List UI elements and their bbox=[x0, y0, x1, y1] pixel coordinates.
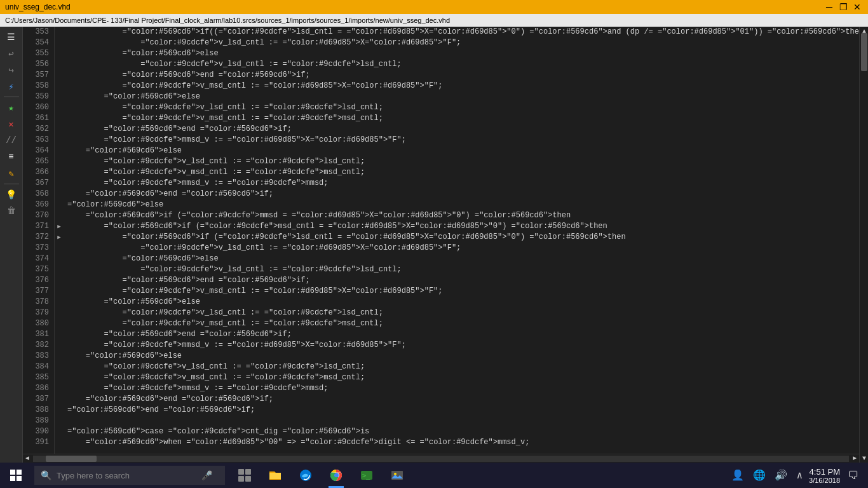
code-line[interactable]: ="color:#9cdcfe">mmsd_v := ="color:#9cdc… bbox=[67, 383, 859, 394]
file-explorer-button[interactable] bbox=[261, 463, 290, 488]
close-button[interactable]: ✕ bbox=[851, 2, 863, 12]
code-line[interactable]: ="color:#569cd6">else bbox=[67, 200, 859, 210]
horizontal-scrollbar-thumb[interactable] bbox=[46, 456, 97, 462]
task-view-button[interactable] bbox=[230, 463, 259, 488]
code-line[interactable]: ="color:#9cdcfe">mmsd_v := ="color:#d69d… bbox=[67, 340, 859, 351]
code-line[interactable]: ="color:#569cd6">case ="color:#9cdcfe">c… bbox=[67, 426, 859, 437]
bookmark-icon[interactable]: ★ bbox=[3, 100, 20, 115]
code-line[interactable]: ="color:#569cd6">else bbox=[67, 254, 859, 264]
fold-marker bbox=[55, 254, 64, 264]
code-line[interactable]: ="color:#9cdcfe">v_msd_cntl := ="color:#… bbox=[67, 81, 859, 92]
chevron-up-icon[interactable]: ∧ bbox=[794, 469, 805, 482]
fold-marker bbox=[55, 394, 64, 405]
code-line[interactable]: ="color:#569cd6">end ="color:#569cd6">if… bbox=[67, 394, 859, 405]
code-line[interactable]: ="color:#569cd6">end ="color:#569cd6">if… bbox=[67, 189, 859, 200]
code-line[interactable]: ="color:#569cd6">if((="color:#9cdcfe">ls… bbox=[67, 27, 859, 37]
code-line[interactable]: ="color:#9cdcfe">mmsd_v := ="color:#9cdc… bbox=[67, 178, 859, 189]
code-line[interactable]: ="color:#9cdcfe">v_msd_cntl := ="color:#… bbox=[67, 372, 859, 383]
error-icon[interactable]: ✕ bbox=[3, 116, 20, 132]
run-icon[interactable]: ⚡ bbox=[3, 79, 20, 94]
scroll-down-button[interactable]: ▼ bbox=[860, 454, 868, 463]
redo-icon[interactable]: ↪ bbox=[3, 62, 20, 78]
fold-marker bbox=[55, 426, 64, 437]
system-clock[interactable]: 4:51 PM 3/16/2018 bbox=[809, 467, 840, 484]
svg-text:>_: >_ bbox=[362, 472, 370, 480]
code-lines[interactable]: ="color:#569cd6">if((="color:#9cdcfe">ls… bbox=[64, 27, 859, 454]
code-line[interactable]: ="color:#9cdcfe">v_lsd_cntl := ="color:#… bbox=[67, 59, 859, 70]
bottom-scrollbar: ◄ ► bbox=[23, 454, 859, 463]
code-line[interactable]: ="color:#569cd6">end ="color:#569cd6">if… bbox=[67, 124, 859, 135]
code-line[interactable]: ="color:#9cdcfe">v_lsd_cntl := ="color:#… bbox=[67, 264, 859, 275]
code-content: 3533543553563573583593603613623633643653… bbox=[23, 27, 859, 454]
code-line[interactable]: ="color:#569cd6">else bbox=[67, 92, 859, 102]
start-button[interactable] bbox=[0, 463, 32, 488]
code-line[interactable]: ="color:#9cdcfe">mmsd_v := ="color:#d69d… bbox=[67, 135, 859, 146]
code-line[interactable]: ="color:#9cdcfe">v_msd_cntl := ="color:#… bbox=[67, 113, 859, 124]
comment-icon[interactable]: // bbox=[3, 133, 20, 148]
code-line[interactable]: ="color:#9cdcfe">v_msd_cntl := ="color:#… bbox=[67, 318, 859, 329]
code-line[interactable]: ="color:#9cdcfe">v_lsd_cntl := ="color:#… bbox=[67, 102, 859, 113]
format-icon[interactable]: ≡ bbox=[3, 149, 20, 165]
microphone-icon[interactable]: 🎤 bbox=[201, 470, 212, 481]
code-line[interactable]: ="color:#569cd6">end ="color:#569cd6">if… bbox=[67, 405, 859, 416]
search-bar[interactable]: 🔍 🎤 bbox=[34, 466, 225, 485]
fold-marker bbox=[55, 178, 64, 189]
fold-marker bbox=[55, 362, 64, 372]
fold-marker bbox=[55, 275, 64, 286]
fold-marker bbox=[55, 146, 64, 156]
code-line[interactable]: ="color:#569cd6">else bbox=[67, 146, 859, 156]
vertical-scrollbar[interactable]: ▲ ▼ bbox=[859, 27, 868, 463]
edge-browser-button[interactable] bbox=[291, 463, 320, 488]
network-icon[interactable]: 🌐 bbox=[750, 469, 768, 482]
code-line[interactable]: ="color:#9cdcfe">v_lsd_cntl := ="color:#… bbox=[67, 37, 859, 48]
photos-button[interactable] bbox=[383, 463, 412, 488]
code-area: 3533543553563573583593603613623633643653… bbox=[23, 27, 859, 463]
scroll-left-button[interactable]: ◄ bbox=[23, 454, 32, 463]
fold-marker[interactable]: ▶ bbox=[55, 221, 64, 232]
sound-icon[interactable]: 🔊 bbox=[772, 469, 790, 482]
scroll-right-button[interactable]: ► bbox=[850, 454, 859, 463]
code-line[interactable]: ="color:#569cd6">else bbox=[67, 297, 859, 308]
fold-marker bbox=[55, 27, 64, 37]
code-line[interactable]: ="color:#569cd6">end ="color:#569cd6">if… bbox=[67, 70, 859, 81]
search-input[interactable] bbox=[57, 471, 196, 480]
clock-time: 4:51 PM bbox=[809, 467, 840, 477]
fold-marker bbox=[55, 437, 64, 448]
code-line[interactable]: ="color:#9cdcfe">v_lsd_cntl := ="color:#… bbox=[67, 156, 859, 167]
code-line[interactable]: ="color:#569cd6">if (="color:#9cdcfe">ls… bbox=[67, 232, 859, 243]
minimize-button[interactable]: ─ bbox=[824, 2, 835, 12]
code-line[interactable]: ="color:#569cd6">when ="color:#d69d85">"… bbox=[67, 437, 859, 448]
menu-icon[interactable]: ☰ bbox=[3, 29, 20, 44]
code-line[interactable]: ="color:#569cd6">if (="color:#9cdcfe">mm… bbox=[67, 210, 859, 221]
code-line[interactable] bbox=[67, 416, 859, 426]
code-line[interactable]: ="color:#569cd6">end ="color:#569cd6">if… bbox=[67, 329, 859, 340]
edit-icon[interactable]: ✎ bbox=[3, 166, 20, 181]
fold-marker bbox=[55, 156, 64, 167]
fold-gutter: ▶▶ bbox=[55, 27, 64, 454]
code-line[interactable]: ="color:#9cdcfe">v_msd_cntl := ="color:#… bbox=[67, 286, 859, 297]
code-line[interactable]: ="color:#9cdcfe">v_lsd_cntl := ="color:#… bbox=[67, 308, 859, 318]
terminal-button[interactable]: >_ bbox=[352, 463, 381, 488]
vertical-scrollbar-thumb[interactable] bbox=[861, 33, 867, 71]
notification-icon[interactable]: 🗨 bbox=[844, 469, 863, 482]
folder-icon bbox=[268, 468, 282, 482]
code-line[interactable]: ="color:#569cd6">if (="color:#9cdcfe">ms… bbox=[67, 221, 859, 232]
code-line[interactable]: ="color:#9cdcfe">v_lsd_cntl := ="color:#… bbox=[67, 362, 859, 372]
windows-logo bbox=[10, 470, 22, 481]
code-line[interactable]: ="color:#9cdcfe">v_lsd_cntl := ="color:#… bbox=[67, 243, 859, 254]
fold-marker[interactable]: ▶ bbox=[55, 232, 64, 243]
code-line[interactable]: ="color:#9cdcfe">v_msd_cntl := ="color:#… bbox=[67, 167, 859, 178]
bulb-icon[interactable]: 💡 bbox=[3, 187, 20, 202]
chrome-browser-button[interactable] bbox=[322, 463, 351, 488]
maximize-button[interactable]: ❐ bbox=[837, 2, 849, 12]
code-line[interactable]: ="color:#569cd6">else bbox=[67, 351, 859, 362]
people-icon[interactable]: 👤 bbox=[729, 469, 747, 482]
code-line[interactable]: ="color:#569cd6">end ="color:#569cd6">if… bbox=[67, 275, 859, 286]
path-bar: C:/Users/Jason/Documents/CPE- 133/Final … bbox=[0, 14, 868, 27]
fold-marker bbox=[55, 340, 64, 351]
code-line[interactable]: ="color:#569cd6">else bbox=[67, 48, 859, 59]
undo-icon[interactable]: ↩ bbox=[3, 46, 20, 61]
horizontal-scrollbar-track[interactable] bbox=[33, 456, 849, 462]
fold-marker bbox=[55, 48, 64, 59]
delete-icon[interactable]: 🗑 bbox=[3, 203, 20, 219]
